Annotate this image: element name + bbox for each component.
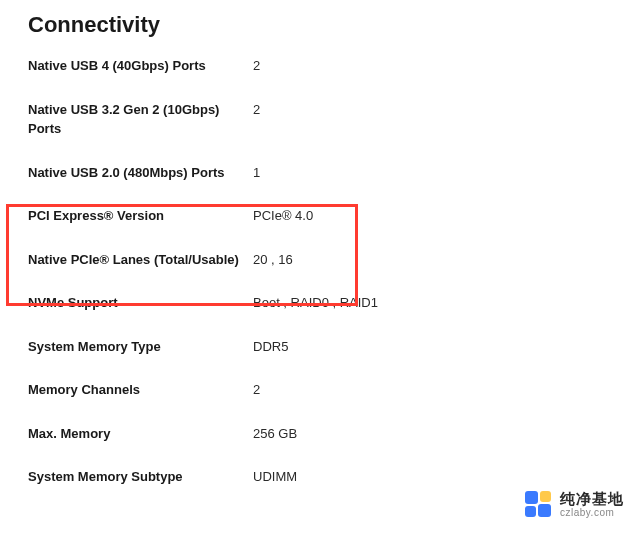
spec-row: PCI Express® Version PCIe® 4.0 (28, 206, 612, 226)
svg-rect-3 (538, 504, 551, 517)
watermark-sub-text: czlaby.com (560, 507, 624, 519)
spec-label: System Memory Subtype (28, 467, 253, 487)
spec-label: Memory Channels (28, 380, 253, 400)
spec-label: Native USB 4 (40Gbps) Ports (28, 56, 253, 76)
spec-value: 2 (253, 100, 612, 120)
watermark-logo-icon (522, 488, 554, 520)
spec-value: DDR5 (253, 337, 612, 357)
spec-value: 1 (253, 163, 612, 183)
spec-row: Native USB 4 (40Gbps) Ports 2 (28, 56, 612, 76)
spec-label: Native USB 2.0 (480Mbps) Ports (28, 163, 253, 183)
svg-rect-0 (525, 491, 538, 504)
svg-rect-2 (525, 506, 536, 517)
spec-value: 20 , 16 (253, 250, 612, 270)
section-title: Connectivity (28, 12, 612, 38)
spec-container: Connectivity Native USB 4 (40Gbps) Ports… (0, 0, 640, 487)
spec-row: Native PCIe® Lanes (Total/Usable) 20 , 1… (28, 250, 612, 270)
spec-row: Max. Memory 256 GB (28, 424, 612, 444)
spec-label: Native PCIe® Lanes (Total/Usable) (28, 250, 253, 270)
spec-row: NVMe Support Boot , RAID0 , RAID1 (28, 293, 612, 313)
spec-value: Boot , RAID0 , RAID1 (253, 293, 612, 313)
spec-value: 2 (253, 56, 612, 76)
svg-rect-1 (540, 491, 551, 502)
spec-row: Native USB 3.2 Gen 2 (10Gbps) Ports 2 (28, 100, 612, 139)
spec-value: PCIe® 4.0 (253, 206, 612, 226)
spec-label: System Memory Type (28, 337, 253, 357)
spec-label: NVMe Support (28, 293, 253, 313)
spec-value: 256 GB (253, 424, 612, 444)
spec-value: 2 (253, 380, 612, 400)
watermark-text: 纯净基地 czlaby.com (560, 490, 624, 519)
spec-label: PCI Express® Version (28, 206, 253, 226)
watermark: 纯净基地 czlaby.com (522, 488, 624, 520)
spec-value: UDIMM (253, 467, 612, 487)
watermark-main-text: 纯净基地 (560, 490, 624, 507)
spec-row: System Memory Subtype UDIMM (28, 467, 612, 487)
spec-label: Max. Memory (28, 424, 253, 444)
spec-row: System Memory Type DDR5 (28, 337, 612, 357)
spec-label: Native USB 3.2 Gen 2 (10Gbps) Ports (28, 100, 253, 139)
spec-row: Memory Channels 2 (28, 380, 612, 400)
spec-row: Native USB 2.0 (480Mbps) Ports 1 (28, 163, 612, 183)
